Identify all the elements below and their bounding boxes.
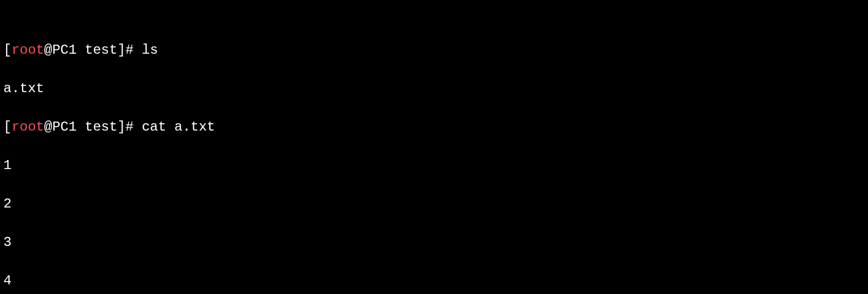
prompt-dir: test	[77, 42, 118, 58]
prompt-user: root	[11, 42, 44, 58]
prompt-user: root	[11, 119, 44, 135]
prompt-close: ]	[118, 119, 125, 135]
output-line: 3	[3, 233, 865, 252]
prompt-host: PC1	[52, 42, 76, 58]
output-line: a.txt	[3, 79, 865, 98]
prompt-at: @	[44, 119, 52, 135]
terminal-window[interactable]: [root@PC1 test]# ls a.txt [root@PC1 test…	[0, 0, 868, 294]
command-text: cat a.txt	[142, 119, 215, 135]
output-line: 2	[3, 194, 865, 214]
output-line: 1	[3, 156, 865, 175]
prompt-open: [	[3, 119, 11, 135]
prompt-open: [	[3, 42, 11, 58]
prompt-close: ]	[118, 42, 125, 58]
prompt-at: @	[44, 42, 52, 58]
prompt-host: PC1	[52, 119, 76, 135]
output-line: 4	[3, 271, 865, 291]
prompt-hash: #	[125, 119, 142, 135]
terminal-line: [root@PC1 test]# ls	[3, 41, 865, 60]
terminal-line: [root@PC1 test]# cat a.txt	[3, 118, 865, 137]
prompt-dir: test	[77, 119, 118, 135]
prompt-hash: #	[125, 42, 142, 58]
command-text: ls	[142, 42, 158, 58]
